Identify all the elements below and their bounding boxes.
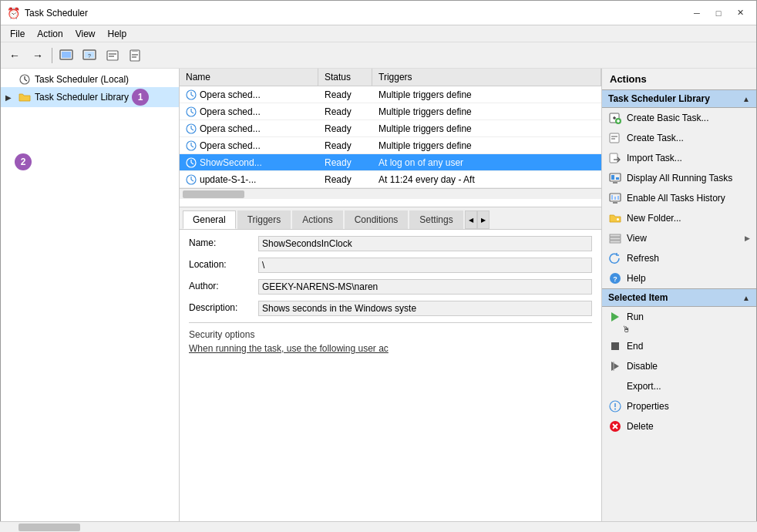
task-name: update-S-1-... — [180, 173, 318, 187]
action-display-running[interactable]: Display All Running Tasks — [602, 168, 756, 188]
detail-row-name: Name: ShowSecondsInClock — [189, 236, 592, 251]
action-properties[interactable]: Properties — [602, 396, 756, 416]
create-basic-icon — [608, 111, 622, 125]
disable-label: Disable — [627, 361, 658, 372]
menu-file[interactable]: File — [4, 27, 31, 41]
refresh-icon — [608, 251, 622, 265]
tab-settings[interactable]: Settings — [409, 210, 463, 229]
task-row[interactable]: Opera sched... Ready Multiple triggers d… — [180, 120, 601, 137]
action-refresh[interactable]: Refresh — [602, 248, 756, 268]
task-row-selected[interactable]: ShowSecond... Ready At log on of any use… — [180, 154, 601, 171]
task-row[interactable]: update-S-1-... Ready At 11:24 every day … — [180, 171, 601, 188]
toolbar-btn-3[interactable] — [102, 45, 123, 66]
task-name: Opera sched... — [180, 139, 318, 153]
menu-view[interactable]: View — [69, 27, 102, 41]
toolbar-btn-4[interactable] — [125, 45, 146, 66]
detail-row-location: Location: \ — [189, 258, 592, 273]
title-bar: ⏰ Task Scheduler ─ □ ✕ — [1, 1, 756, 25]
action-create-task[interactable]: Create Task... — [602, 128, 756, 148]
back-button[interactable]: ← — [4, 45, 25, 66]
menu-action[interactable]: Action — [31, 27, 69, 41]
new-folder-icon — [608, 211, 622, 225]
display-running-label: Display All Running Tasks — [627, 173, 732, 184]
toolbar-separator-1 — [52, 48, 52, 63]
svg-line-26 — [191, 146, 193, 147]
cursor-indicator: 🖱 — [622, 325, 631, 334]
view-icon — [608, 231, 622, 245]
svg-rect-61 — [611, 342, 619, 350]
app-icon: ⏰ — [7, 7, 20, 19]
svg-rect-1 — [62, 52, 71, 58]
task-row[interactable]: Opera sched... Ready Multiple triggers d… — [180, 86, 601, 103]
actions-section-selected[interactable]: Selected Item ▲ — [602, 288, 756, 307]
window-title: Task Scheduler — [25, 8, 88, 19]
task-row[interactable]: Opera sched... Ready Multiple triggers d… — [180, 103, 601, 120]
display-running-icon — [608, 171, 622, 185]
actions-panel: Actions Task Scheduler Library ▲ Create … — [602, 69, 756, 531]
import-task-icon — [608, 151, 622, 165]
svg-rect-57 — [610, 241, 621, 243]
properties-label: Properties — [627, 401, 669, 412]
forward-button[interactable]: → — [27, 45, 49, 66]
export-label: Export... — [627, 381, 661, 392]
svg-line-20 — [191, 112, 193, 113]
badge-1: 1 — [132, 89, 149, 106]
maximize-button[interactable]: □ — [708, 5, 728, 21]
create-task-label: Create Task... — [627, 133, 684, 143]
svg-text:?: ? — [613, 275, 617, 283]
detail-content: Name: ShowSecondsInClock Location: \ Aut… — [180, 230, 601, 531]
svg-marker-62 — [611, 362, 619, 371]
close-button[interactable]: ✕ — [730, 5, 750, 21]
action-enable-history[interactable]: Enable All Tasks History — [602, 188, 756, 208]
toolbar: ← → ? — [1, 42, 756, 69]
column-status[interactable]: Status — [318, 69, 372, 86]
tree-item-library[interactable]: ▶ Task Scheduler Library 1 — [1, 87, 179, 107]
action-import-task[interactable]: Import Task... — [602, 148, 756, 168]
security-label: Security options — [189, 329, 592, 340]
tab-nav-prev[interactable]: ◀ — [465, 210, 477, 229]
tree-item-local[interactable]: Task Scheduler (Local) — [1, 72, 179, 87]
tab-triggers[interactable]: Triggers — [237, 210, 291, 229]
location-label: Location: — [189, 258, 258, 270]
tasks-header: Name Status Triggers — [180, 69, 601, 86]
title-bar-left: ⏰ Task Scheduler — [7, 7, 88, 19]
actions-header: Actions — [602, 69, 756, 89]
svg-point-66 — [614, 409, 616, 410]
help-label: Help — [627, 273, 646, 284]
svg-rect-39 — [610, 133, 619, 143]
action-view[interactable]: View ▶ — [602, 228, 756, 248]
toolbar-btn-2[interactable]: ? — [79, 45, 100, 66]
tab-nav-next[interactable]: ▶ — [477, 210, 490, 229]
task-triggers: At log on of any user — [372, 156, 601, 170]
create-basic-label: Create Basic Task... — [627, 113, 709, 123]
column-name[interactable]: Name — [180, 69, 318, 86]
minimize-button[interactable]: ─ — [687, 5, 707, 21]
task-triggers: Multiple triggers define — [372, 122, 601, 136]
action-create-basic[interactable]: Create Basic Task... — [602, 108, 756, 128]
task-triggers: At 11:24 every day - Aft — [372, 173, 601, 187]
toolbar-btn-1[interactable] — [56, 45, 77, 66]
actions-section-library[interactable]: Task Scheduler Library ▲ — [602, 89, 756, 108]
action-help[interactable]: ? Help — [602, 268, 756, 288]
end-label: End — [627, 341, 643, 352]
action-new-folder[interactable]: New Folder... — [602, 208, 756, 228]
column-triggers[interactable]: Triggers — [372, 69, 601, 86]
svg-text:?: ? — [88, 53, 91, 59]
svg-rect-42 — [610, 153, 617, 163]
tab-conditions[interactable]: Conditions — [345, 210, 409, 229]
action-delete[interactable]: Delete — [602, 416, 756, 436]
action-export[interactable]: Export... — [602, 376, 756, 396]
task-row[interactable]: Opera sched... Ready Multiple triggers d… — [180, 137, 601, 154]
menu-help[interactable]: Help — [102, 27, 133, 41]
action-disable[interactable]: Disable — [602, 356, 756, 376]
selected-section-arrow: ▲ — [742, 294, 750, 302]
delete-icon — [608, 419, 622, 433]
location-value: \ — [258, 258, 592, 273]
action-end[interactable]: End — [602, 336, 756, 356]
clock-icon — [18, 73, 32, 86]
tasks-list[interactable]: Name Status Triggers Opera sched... Read… — [180, 69, 601, 207]
tab-general[interactable]: General — [183, 210, 236, 229]
svg-line-23 — [191, 129, 193, 130]
tab-actions[interactable]: Actions — [292, 210, 342, 229]
security-desc: When running the task, use the following… — [189, 343, 592, 354]
